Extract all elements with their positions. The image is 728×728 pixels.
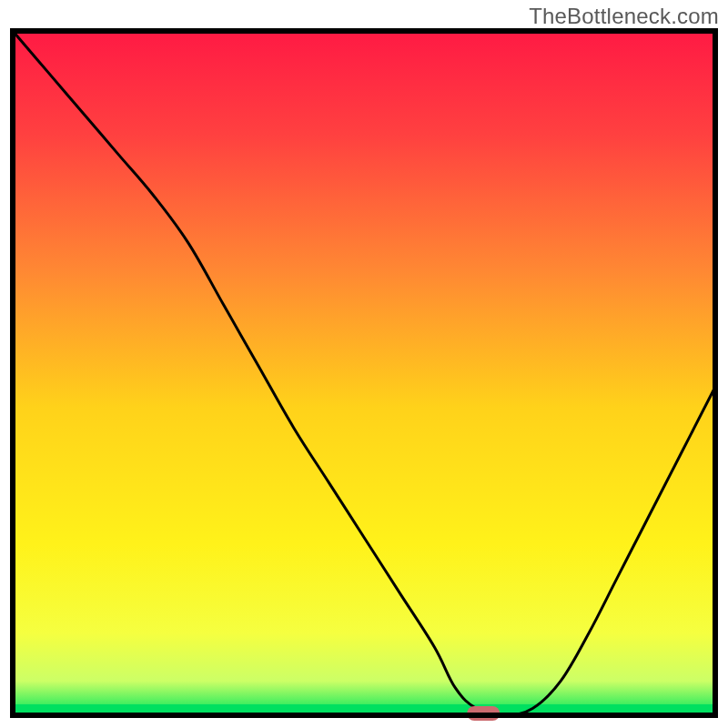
gradient-background (13, 31, 715, 715)
chart-container: { "watermark": "TheBottleneck.com", "cha… (0, 0, 728, 728)
watermark-text: TheBottleneck.com (529, 4, 719, 29)
bottleneck-chart (0, 0, 728, 728)
